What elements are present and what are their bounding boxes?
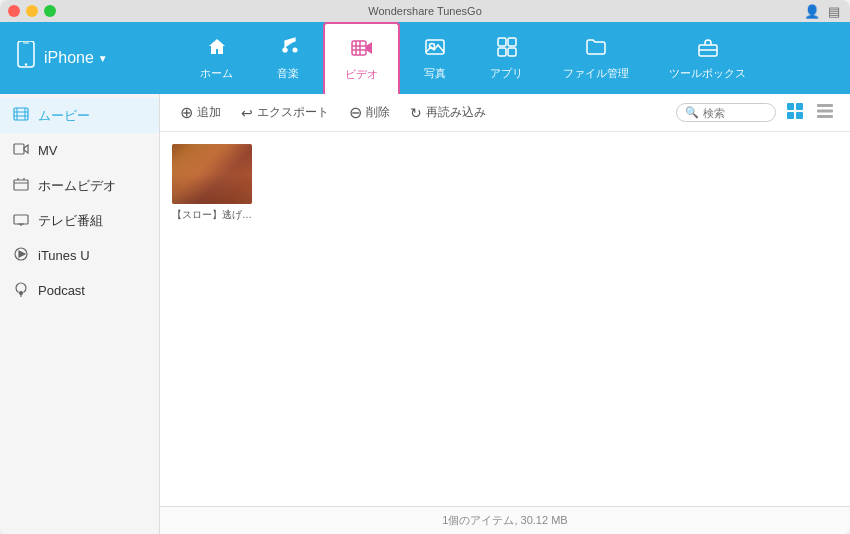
reload-label: 再読み込み — [426, 104, 486, 121]
main-area: ムービー MV ホームビデオ — [0, 94, 850, 534]
tab-home-label: ホーム — [200, 66, 233, 81]
folder-icon — [585, 36, 607, 64]
grid-view-button[interactable] — [782, 100, 808, 126]
nav-tabs: ホーム 音楽 — [180, 22, 850, 94]
title-bar: Wondershare TunesGo 👤 ▤ — [0, 0, 850, 22]
svg-rect-5 — [352, 41, 366, 55]
iphone-icon — [16, 41, 36, 75]
svg-rect-25 — [14, 215, 28, 224]
tab-toolbox-label: ツールボックス — [669, 66, 746, 81]
traffic-lights — [8, 5, 56, 17]
tab-photo[interactable]: 写真 — [400, 22, 470, 94]
search-icon: 🔍 — [685, 106, 699, 119]
tab-filemanager-label: ファイル管理 — [563, 66, 629, 81]
tab-photo-label: 写真 — [424, 66, 446, 81]
add-button[interactable]: ⊕ 追加 — [172, 99, 229, 126]
add-icon: ⊕ — [180, 103, 193, 122]
svg-rect-33 — [787, 112, 794, 119]
list-view-button[interactable] — [812, 100, 838, 126]
video-icon — [351, 37, 373, 65]
movie-icon — [12, 106, 30, 125]
minimize-button[interactable] — [26, 5, 38, 17]
svg-rect-1 — [23, 43, 29, 44]
tab-home[interactable]: ホーム — [180, 22, 253, 94]
svg-rect-24 — [14, 180, 28, 190]
tab-filemanager[interactable]: ファイル管理 — [543, 22, 649, 94]
toolbar: ⊕ 追加 ↩ エクスポート ⊖ 削除 ↻ 再読み込み 🔍 — [160, 94, 850, 132]
home-icon — [206, 36, 228, 64]
export-icon: ↩ — [241, 105, 253, 121]
svg-rect-35 — [817, 104, 833, 107]
export-button[interactable]: ↩ エクスポート — [233, 100, 337, 125]
svg-point-2 — [25, 63, 27, 65]
svg-rect-31 — [787, 103, 794, 110]
podcast-icon — [12, 281, 30, 300]
sidebar-item-homevideo[interactable]: ホームビデオ — [0, 168, 159, 203]
sidebar-homevideo-label: ホームビデオ — [38, 177, 116, 195]
add-label: 追加 — [197, 104, 221, 121]
delete-icon: ⊖ — [349, 103, 362, 122]
export-label: エクスポート — [257, 104, 329, 121]
close-button[interactable] — [8, 5, 20, 17]
svg-rect-37 — [817, 115, 833, 118]
svg-rect-34 — [796, 112, 803, 119]
app-icon — [496, 36, 518, 64]
file-name: 【スロー】逃げ勁... — [172, 208, 252, 222]
sidebar-item-tvshow[interactable]: テレビ番組 — [0, 203, 159, 238]
file-grid: 【スロー】逃げ勁... — [160, 132, 850, 506]
tab-toolbox[interactable]: ツールボックス — [649, 22, 766, 94]
sidebar-itunesu-label: iTunes U — [38, 248, 90, 263]
device-section[interactable]: iPhone ▼ — [0, 22, 180, 94]
tv-icon — [12, 211, 30, 230]
thumbnail-overlay — [172, 144, 252, 204]
tab-app[interactable]: アプリ — [470, 22, 543, 94]
sidebar-mv-label: MV — [38, 143, 58, 158]
photo-icon — [424, 36, 446, 64]
svg-rect-15 — [508, 48, 516, 56]
status-bar: 1個のアイテム, 30.12 MB — [160, 506, 850, 534]
sidebar-toggle-icon[interactable]: ▤ — [828, 4, 840, 19]
file-item[interactable]: 【スロー】逃げ勁... — [172, 144, 252, 222]
tab-video[interactable]: ビデオ — [323, 22, 400, 94]
device-dropdown[interactable]: ▼ — [98, 53, 108, 64]
user-icon[interactable]: 👤 — [804, 4, 820, 19]
svg-rect-12 — [498, 38, 506, 46]
svg-rect-23 — [14, 144, 24, 154]
maximize-button[interactable] — [44, 5, 56, 17]
sidebar-item-podcast[interactable]: Podcast — [0, 273, 159, 308]
music-icon — [277, 36, 299, 64]
svg-rect-0 — [18, 41, 34, 67]
svg-rect-36 — [817, 109, 833, 112]
tab-music[interactable]: 音楽 — [253, 22, 323, 94]
delete-label: 削除 — [366, 104, 390, 121]
sidebar-item-mv[interactable]: MV — [0, 133, 159, 168]
delete-button[interactable]: ⊖ 削除 — [341, 99, 398, 126]
svg-point-4 — [293, 47, 298, 52]
view-toggle — [782, 100, 838, 126]
sidebar-movies-label: ムービー — [38, 107, 90, 125]
file-thumbnail — [172, 144, 252, 204]
search-input[interactable] — [703, 107, 773, 119]
tab-video-label: ビデオ — [345, 67, 378, 82]
sidebar-podcast-label: Podcast — [38, 283, 85, 298]
reload-button[interactable]: ↻ 再読み込み — [402, 100, 494, 125]
svg-rect-18 — [14, 108, 28, 120]
homevideo-icon — [12, 176, 30, 195]
device-name: iPhone — [44, 49, 94, 67]
tab-app-label: アプリ — [490, 66, 523, 81]
window-title: Wondershare TunesGo — [368, 5, 482, 17]
content-area: ⊕ 追加 ↩ エクスポート ⊖ 削除 ↻ 再読み込み 🔍 — [160, 94, 850, 534]
search-box[interactable]: 🔍 — [676, 103, 776, 122]
tab-music-label: 音楽 — [277, 66, 299, 81]
sidebar-item-itunesu[interactable]: iTunes U — [0, 238, 159, 273]
mv-icon — [12, 141, 30, 160]
reload-icon: ↻ — [410, 105, 422, 121]
svg-rect-14 — [498, 48, 506, 56]
itunesu-icon — [12, 246, 30, 265]
sidebar-tvshow-label: テレビ番組 — [38, 212, 103, 230]
sidebar: ムービー MV ホームビデオ — [0, 94, 160, 534]
svg-rect-13 — [508, 38, 516, 46]
svg-point-29 — [20, 292, 23, 295]
navbar: iPhone ▼ ホーム 音楽 — [0, 22, 850, 94]
sidebar-item-movies[interactable]: ムービー — [0, 98, 159, 133]
